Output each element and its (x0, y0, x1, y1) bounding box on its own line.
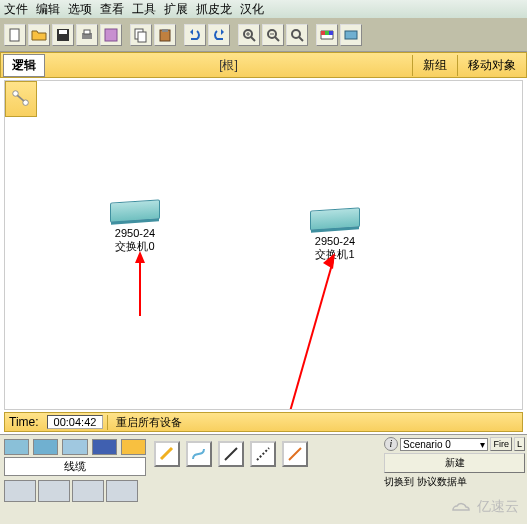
menu-file[interactable]: 文件 (4, 1, 28, 18)
info-icon[interactable]: i (384, 437, 398, 451)
conn-auto-icon[interactable] (154, 441, 180, 467)
device-model-label: 2950-24 (110, 227, 160, 240)
annotation-arrow (265, 251, 345, 410)
l-label: L (514, 437, 525, 451)
menu-view[interactable]: 查看 (100, 1, 124, 18)
device-name-label: 交换机0 (110, 240, 160, 253)
redo-icon[interactable] (208, 24, 230, 46)
svg-point-17 (292, 30, 300, 38)
conn-cross-icon[interactable] (250, 441, 276, 467)
device-switch1[interactable]: 2950-24 交换机1 (310, 209, 360, 261)
paste-icon[interactable] (154, 24, 176, 46)
category-router-icon[interactable] (4, 439, 29, 455)
chevron-down-icon: ▾ (480, 439, 485, 450)
svg-line-18 (299, 37, 303, 41)
menu-edit[interactable]: 编辑 (36, 1, 60, 18)
svg-line-15 (275, 37, 279, 41)
category-switch-icon[interactable] (33, 439, 58, 455)
main-toolbar (0, 18, 527, 52)
zoom-reset-icon[interactable] (286, 24, 308, 46)
conn-console-icon[interactable] (186, 441, 212, 467)
menu-options[interactable]: 选项 (68, 1, 92, 18)
undo-icon[interactable] (184, 24, 206, 46)
menu-tools[interactable]: 工具 (132, 1, 156, 18)
conn-straight-icon[interactable] (218, 441, 244, 467)
new-file-icon[interactable] (4, 24, 26, 46)
device-model-label: 2950-24 (310, 235, 360, 248)
time-label: Time: (5, 415, 43, 429)
connection-panel (150, 435, 382, 524)
device-panel: 线缆 i Scenario 0 ▾ Fire L 新建 切换到 协议数据单 (0, 434, 527, 524)
device-item[interactable] (72, 480, 104, 502)
svg-line-11 (251, 37, 255, 41)
zoom-in-icon[interactable] (238, 24, 260, 46)
logical-tab[interactable]: 逻辑 (3, 54, 45, 77)
wizard-icon[interactable] (100, 24, 122, 46)
category-connections-icon[interactable] (121, 439, 146, 455)
svg-line-22 (17, 95, 23, 101)
annotation-arrow (125, 251, 155, 321)
device-item[interactable] (106, 480, 138, 502)
switch-icon (110, 201, 160, 223)
svg-rect-7 (138, 32, 146, 42)
svg-line-27 (225, 448, 237, 460)
svg-rect-5 (105, 29, 117, 41)
menu-extensions[interactable]: 扩展 (164, 1, 188, 18)
device-item[interactable] (38, 480, 70, 502)
svg-rect-19 (345, 31, 357, 39)
device-name-label: 交换机1 (310, 248, 360, 261)
category-label: 线缆 (4, 457, 146, 476)
copy-icon[interactable] (130, 24, 152, 46)
watermark-text: 亿速云 (477, 498, 519, 516)
svg-line-25 (283, 261, 333, 410)
open-file-icon[interactable] (28, 24, 50, 46)
switch-icon (310, 209, 360, 231)
new-scenario-button[interactable]: 新建 (384, 453, 525, 473)
svg-rect-0 (10, 29, 19, 41)
save-icon[interactable] (52, 24, 74, 46)
toggle-pdu-button[interactable]: 切换到 协议数据单 (384, 475, 525, 489)
menu-chinese[interactable]: 汉化 (240, 1, 264, 18)
svg-rect-9 (162, 29, 168, 32)
print-icon[interactable] (76, 24, 98, 46)
conn-fiber-icon[interactable] (282, 441, 308, 467)
svg-line-28 (257, 448, 269, 460)
new-group-button[interactable]: 新组 (412, 55, 457, 76)
move-object-button[interactable]: 移动对象 (457, 55, 526, 76)
scenario-select[interactable]: Scenario 0 ▾ (400, 438, 488, 451)
zoom-out-icon[interactable] (262, 24, 284, 46)
watermark: 亿速云 (449, 498, 519, 516)
svg-line-29 (289, 448, 301, 460)
palette-icon[interactable] (316, 24, 338, 46)
device-switch0[interactable]: 2950-24 交换机0 (110, 201, 160, 253)
fire-button[interactable]: Fire (490, 437, 512, 451)
device-categories: 线缆 (0, 435, 150, 524)
time-value: 00:04:42 (47, 415, 104, 429)
svg-rect-4 (84, 30, 90, 34)
root-label: [根] (45, 57, 412, 74)
navigator-button[interactable] (5, 81, 37, 117)
reset-devices-button[interactable]: 重启所有设备 (107, 415, 190, 430)
category-hub-icon[interactable] (62, 439, 87, 455)
status-bar: Time: 00:04:42 重启所有设备 (4, 412, 523, 432)
device-item[interactable] (4, 480, 36, 502)
scenario-value: Scenario 0 (403, 439, 451, 450)
logical-bar: 逻辑 [根] 新组 移动对象 (0, 52, 527, 78)
workspace-canvas[interactable]: 2950-24 交换机0 2950-24 交换机1 (4, 80, 523, 410)
category-wireless-icon[interactable] (92, 439, 117, 455)
custom-icon[interactable] (340, 24, 362, 46)
menu-bar: 文件 编辑 选项 查看 工具 扩展 抓皮龙 汉化 (0, 0, 527, 18)
menu-dragon[interactable]: 抓皮龙 (196, 1, 232, 18)
svg-rect-2 (59, 30, 67, 34)
